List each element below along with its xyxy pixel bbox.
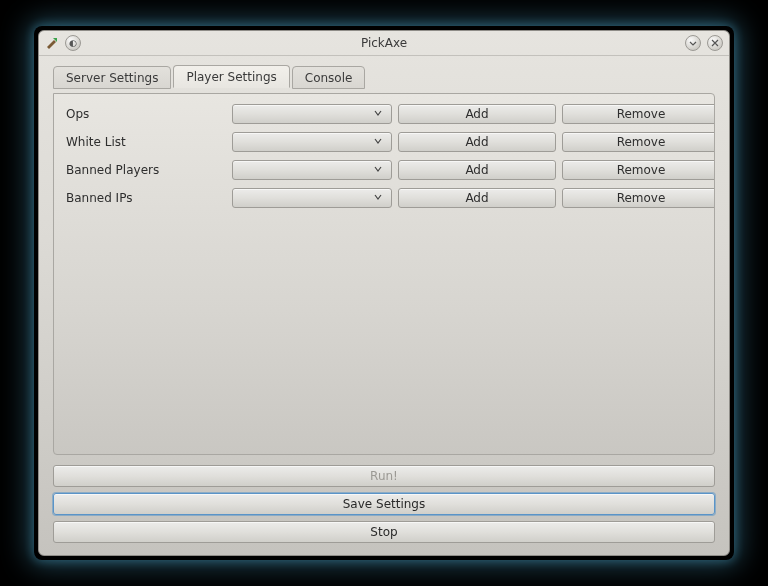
tab-player-settings[interactable]: Player Settings <box>173 65 289 88</box>
save-settings-button[interactable]: Save Settings <box>53 493 715 515</box>
tab-label: Console <box>305 71 353 85</box>
button-label: Run! <box>370 469 398 483</box>
row-banned-ips: Banned IPs Add Remove <box>66 188 702 208</box>
ops-remove-button[interactable]: Remove <box>562 104 715 124</box>
banned-players-remove-button[interactable]: Remove <box>562 160 715 180</box>
white-list-add-button[interactable]: Add <box>398 132 556 152</box>
close-button[interactable] <box>707 35 723 51</box>
tab-server-settings[interactable]: Server Settings <box>53 66 171 89</box>
button-label: Remove <box>617 163 666 177</box>
chevron-down-icon <box>371 191 385 205</box>
button-label: Add <box>465 163 488 177</box>
tab-page-player-settings: Ops Add Remove White List <box>53 93 715 455</box>
row-label: Banned IPs <box>66 191 226 205</box>
button-label: Stop <box>370 525 397 539</box>
tab-console[interactable]: Console <box>292 66 366 89</box>
app-window: ◐ PickAxe Server Settings Player Setting… <box>38 30 730 556</box>
client-area: Server Settings Player Settings Console … <box>39 56 729 555</box>
row-white-list: White List Add Remove <box>66 132 702 152</box>
minimize-button[interactable] <box>685 35 701 51</box>
button-label: Remove <box>617 135 666 149</box>
bottom-button-bar: Run! Save Settings Stop <box>53 465 715 543</box>
chevron-down-icon <box>371 163 385 177</box>
button-label: Add <box>465 191 488 205</box>
tab-bar: Server Settings Player Settings Console <box>53 64 715 88</box>
banned-ips-remove-button[interactable]: Remove <box>562 188 715 208</box>
chevron-down-icon <box>371 135 385 149</box>
window-menu-icon[interactable]: ◐ <box>65 35 81 51</box>
white-list-remove-button[interactable]: Remove <box>562 132 715 152</box>
run-button: Run! <box>53 465 715 487</box>
banned-players-add-button[interactable]: Add <box>398 160 556 180</box>
tab-label: Server Settings <box>66 71 158 85</box>
row-banned-players: Banned Players Add Remove <box>66 160 702 180</box>
banned-players-select[interactable] <box>232 160 392 180</box>
button-label: Remove <box>617 191 666 205</box>
button-label: Save Settings <box>343 497 426 511</box>
app-icon <box>45 35 59 49</box>
button-label: Add <box>465 135 488 149</box>
row-label: White List <box>66 135 226 149</box>
banned-ips-add-button[interactable]: Add <box>398 188 556 208</box>
banned-ips-select[interactable] <box>232 188 392 208</box>
button-label: Remove <box>617 107 666 121</box>
ops-add-button[interactable]: Add <box>398 104 556 124</box>
window-title: PickAxe <box>39 36 729 50</box>
row-label: Ops <box>66 107 226 121</box>
titlebar: ◐ PickAxe <box>39 31 729 56</box>
chevron-down-icon <box>371 107 385 121</box>
ops-select[interactable] <box>232 104 392 124</box>
button-label: Add <box>465 107 488 121</box>
row-label: Banned Players <box>66 163 226 177</box>
white-list-select[interactable] <box>232 132 392 152</box>
tab-label: Player Settings <box>186 70 276 84</box>
row-ops: Ops Add Remove <box>66 104 702 124</box>
stop-button[interactable]: Stop <box>53 521 715 543</box>
